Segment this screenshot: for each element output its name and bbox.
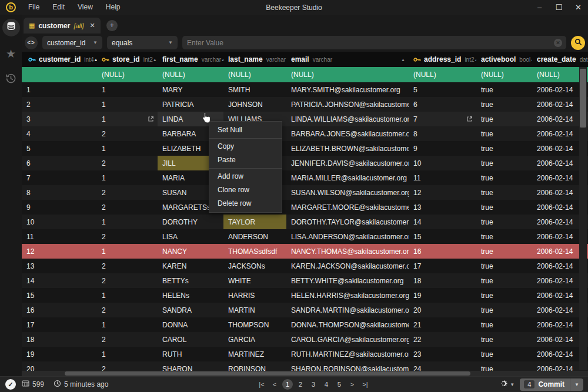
clear-filter-icon[interactable]: ✕ (554, 39, 562, 47)
cell[interactable]: LISA.ANDERSON@sakilacustomer.org (286, 229, 409, 244)
column-header-address_id[interactable]: address_idint2▲ (409, 52, 476, 67)
cell[interactable]: 23 (409, 347, 476, 361)
column-header-create_date[interactable]: create_datedate▲ (532, 52, 588, 67)
horizontal-scrollbar[interactable] (22, 371, 588, 376)
cell[interactable]: 11 (22, 229, 97, 244)
commit-button[interactable]: 4 Commit ▼ (520, 378, 583, 391)
page-button-5[interactable]: 5 (334, 379, 345, 390)
cell[interactable]: true (476, 126, 532, 141)
cell[interactable]: NANCY (158, 244, 223, 259)
cell[interactable]: BETTYs (158, 273, 223, 288)
cell[interactable]: true (476, 97, 532, 112)
cell[interactable]: 20 (409, 303, 476, 317)
cell[interactable]: 7 (22, 170, 97, 185)
cell[interactable]: ELIZABETH.BROWN@sakilacustomer.org (286, 141, 409, 156)
cell[interactable]: BETTY.WHITE@sakilacustomer.org (286, 273, 409, 288)
cell[interactable]: 14 (22, 273, 97, 288)
cell[interactable]: RUTH (158, 347, 223, 361)
cell[interactable]: PATRICIA (158, 97, 223, 112)
cell[interactable]: 2 (97, 259, 158, 273)
column-header-activebool[interactable]: activeboolbool▲ (476, 52, 532, 67)
expand-cell-icon[interactable] (466, 116, 473, 122)
context-menu-item-add-row[interactable]: Add row (209, 170, 282, 183)
cell[interactable]: SANDRA.MARTIN@sakilacustomer.org (286, 303, 409, 317)
cell[interactable]: HELENs (158, 288, 223, 303)
maximize-button[interactable]: ☐ (549, 0, 569, 15)
cell[interactable]: MARIA.MILLER@sakilacustomer.org (286, 170, 409, 185)
tab-customer[interactable]: ▦ customer [all] ✕ (24, 18, 101, 33)
expand-cell-icon[interactable] (148, 116, 154, 122)
cell[interactable]: 13 (409, 200, 476, 215)
cell[interactable]: 2 (97, 303, 158, 317)
cell[interactable]: 7 (409, 112, 476, 126)
menu-view[interactable]: View (71, 0, 99, 15)
filter-value-input[interactable]: Enter Value ✕ (182, 36, 566, 49)
cell[interactable]: 22 (409, 332, 476, 347)
cell[interactable]: 2 (97, 185, 158, 200)
cell[interactable]: 2 (97, 200, 158, 215)
cell[interactable]: true (476, 112, 532, 126)
apply-filter-button[interactable] (571, 36, 585, 50)
sort-arrow-icon[interactable]: ▲ (153, 58, 157, 62)
cell[interactable]: true (476, 82, 532, 97)
cell[interactable]: MARY.SMITH@sakilacustomer.org (286, 82, 409, 97)
menu-edit[interactable]: Edit (46, 0, 71, 15)
cell[interactable]: 4 (22, 126, 97, 141)
column-header-email[interactable]: emailvarchar▲ (286, 52, 409, 67)
cell[interactable]: SMITH (223, 82, 286, 97)
cell[interactable]: true (476, 229, 532, 244)
vertical-scrollbar-thumb[interactable] (580, 69, 586, 128)
page-button-2[interactable]: 2 (295, 379, 306, 390)
cell[interactable]: 1 (97, 288, 158, 303)
cell[interactable]: LINDA.WILLIAMS@sakilacustomer.org (286, 112, 409, 126)
commit-dropdown-button[interactable]: ▼ (570, 378, 583, 391)
cell[interactable]: SUSAN.WILSON@sakilacustomer.org (286, 185, 409, 200)
cell[interactable]: 10 (22, 215, 97, 229)
cell[interactable]: 19 (409, 288, 476, 303)
cell[interactable]: 1 (97, 141, 158, 156)
cell[interactable]: 6 (409, 97, 476, 112)
cell[interactable]: 19 (22, 347, 97, 361)
cell[interactable]: true (476, 303, 532, 317)
cell[interactable]: (NULL) (158, 67, 223, 82)
cell[interactable]: 5 (409, 82, 476, 97)
cell[interactable]: THOMASsdfsdf (223, 244, 286, 259)
horizontal-scrollbar-thumb[interactable] (65, 371, 470, 376)
cell[interactable]: 1 (97, 317, 158, 332)
minimize-button[interactable]: – (530, 0, 549, 15)
vertical-scrollbar[interactable] (579, 67, 587, 370)
cell[interactable]: true (476, 317, 532, 332)
cell[interactable]: true (476, 288, 532, 303)
column-header-first_name[interactable]: first_namevarchar▲ (158, 52, 223, 67)
page-button-4[interactable]: 4 (321, 379, 332, 390)
cell[interactable]: 1 (22, 82, 97, 97)
sql-toggle-button[interactable]: <> (25, 36, 38, 49)
cell[interactable]: 12 (22, 244, 97, 259)
cell[interactable]: MARGARET.MOORE@sakilacustomer.org (286, 200, 409, 215)
cell[interactable]: 14 (409, 215, 476, 229)
context-menu-item-copy[interactable]: Copy (209, 140, 282, 153)
cell[interactable]: true (476, 244, 532, 259)
cell[interactable]: 2 (97, 273, 158, 288)
cell[interactable]: 16 (22, 303, 97, 317)
cell[interactable]: JENNIFER.DAVIS@sakilacustomer.org (286, 156, 409, 170)
cell[interactable]: 9 (22, 200, 97, 215)
menu-file[interactable]: File (22, 0, 46, 15)
cell[interactable]: 8 (22, 185, 97, 200)
cell[interactable]: DONNA (158, 317, 223, 332)
cell[interactable]: 1 (97, 97, 158, 112)
cell[interactable]: BARBARA.JONES@sakilacustomer.org (286, 126, 409, 141)
cell[interactable]: 17 (409, 259, 476, 273)
new-tab-button[interactable]: + (106, 20, 118, 31)
cell[interactable]: true (476, 185, 532, 200)
cell[interactable]: 15 (409, 229, 476, 244)
cell[interactable]: true (476, 259, 532, 273)
prev-page-button[interactable]: < (269, 381, 280, 388)
cell[interactable]: (NULL) (286, 67, 409, 82)
cell[interactable]: 1 (97, 244, 158, 259)
column-header-last_name[interactable]: last_namevarchar▲ (223, 52, 286, 67)
cell[interactable]: DOROTHY (158, 215, 223, 229)
cell[interactable]: (NULL) (409, 67, 476, 82)
cell[interactable] (22, 67, 97, 82)
cell[interactable]: JOHNSON (223, 97, 286, 112)
